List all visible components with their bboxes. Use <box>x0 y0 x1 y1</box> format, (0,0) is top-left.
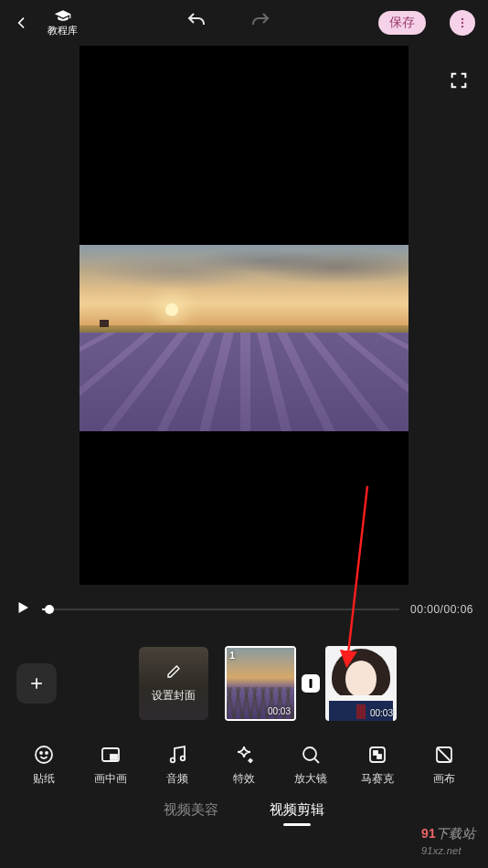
graduation-cap-icon <box>54 9 72 22</box>
svg-point-0 <box>461 18 463 20</box>
play-button[interactable] <box>15 599 31 619</box>
svg-marker-3 <box>19 602 29 613</box>
preview-frame <box>80 245 408 428</box>
set-cover-button[interactable]: 设置封面 <box>139 647 208 720</box>
svg-rect-6 <box>310 679 313 688</box>
progress-slider[interactable] <box>42 609 399 610</box>
clip-index: 1 <box>229 650 235 661</box>
transition-button[interactable] <box>302 674 320 693</box>
tool-effects[interactable]: 特效 <box>220 744 268 787</box>
redo-button[interactable] <box>249 10 271 36</box>
svg-point-9 <box>36 746 52 763</box>
pencil-icon <box>166 664 181 683</box>
tool-label: 马赛克 <box>361 771 394 787</box>
tool-label: 放大镜 <box>294 771 327 787</box>
svg-point-2 <box>461 26 463 27</box>
tool-label: 贴纸 <box>33 771 55 787</box>
undo-button[interactable] <box>186 10 207 36</box>
svg-point-1 <box>461 22 463 24</box>
timeline-strip: 设置封面 1 00:03 00:03 <box>0 629 488 738</box>
tool-mosaic[interactable]: 马赛克 <box>354 744 401 787</box>
tool-label: 画布 <box>433 771 455 787</box>
more-vertical-icon <box>456 16 469 29</box>
clip-1[interactable]: 1 00:03 <box>225 646 296 721</box>
tool-label: 特效 <box>233 771 255 787</box>
tool-canvas[interactable]: 画布 <box>420 744 468 787</box>
top-bar: 教程库 保存 <box>0 0 488 46</box>
playback-bar: 00:00/00:06 <box>0 594 488 629</box>
add-clip-button[interactable] <box>16 663 57 704</box>
tutorial-library-button[interactable]: 教程库 <box>48 9 78 37</box>
canvas-icon <box>433 744 455 766</box>
play-icon <box>15 599 31 616</box>
tutorial-label: 教程库 <box>48 24 78 37</box>
back-button[interactable] <box>13 16 31 30</box>
tab-beauty[interactable]: 视频美容 <box>164 801 218 819</box>
plus-icon <box>27 674 46 693</box>
sticker-icon <box>33 744 55 766</box>
svg-rect-13 <box>111 755 117 759</box>
time-display: 00:00/00:06 <box>410 603 473 616</box>
set-cover-label: 设置封面 <box>152 688 196 704</box>
svg-point-11 <box>46 752 48 754</box>
fullscreen-icon <box>449 70 469 90</box>
tool-magnify[interactable]: 放大镜 <box>287 744 334 787</box>
tool-audio[interactable]: 音频 <box>154 744 201 787</box>
svg-point-14 <box>171 758 175 763</box>
music-icon <box>166 744 188 766</box>
clips-container: 1 00:03 00:03 <box>225 646 397 721</box>
svg-rect-20 <box>377 755 381 758</box>
svg-line-22 <box>437 747 451 762</box>
fullscreen-button[interactable] <box>446 68 472 93</box>
bottom-toolbar: 贴纸 画中画 音频 特效 放大镜 马赛克 画布 <box>0 738 488 792</box>
preview-area <box>0 46 488 594</box>
video-canvas[interactable] <box>80 46 408 585</box>
save-button[interactable]: 保存 <box>378 11 426 35</box>
magnify-icon <box>300 744 322 766</box>
mosaic-icon <box>366 744 388 766</box>
pip-icon <box>100 744 122 766</box>
undo-redo-group <box>94 10 362 36</box>
tool-sticker[interactable]: 贴纸 <box>20 744 68 787</box>
tool-pip[interactable]: 画中画 <box>87 744 134 787</box>
transition-icon <box>306 678 315 689</box>
clip-duration: 00:03 <box>268 706 291 716</box>
svg-point-16 <box>303 747 316 760</box>
mode-tabs: 视频美容 视频剪辑 <box>0 792 488 833</box>
more-menu-button[interactable] <box>450 10 475 36</box>
svg-point-15 <box>181 757 186 761</box>
svg-line-17 <box>314 758 319 763</box>
clip-duration: 00:03 <box>370 708 393 718</box>
tool-label: 画中画 <box>94 771 127 787</box>
clip-2[interactable]: 00:03 <box>325 646 397 721</box>
tool-label: 音频 <box>166 771 188 787</box>
effects-icon <box>233 744 255 766</box>
svg-point-10 <box>40 752 42 754</box>
tab-edit[interactable]: 视频剪辑 <box>270 801 324 819</box>
